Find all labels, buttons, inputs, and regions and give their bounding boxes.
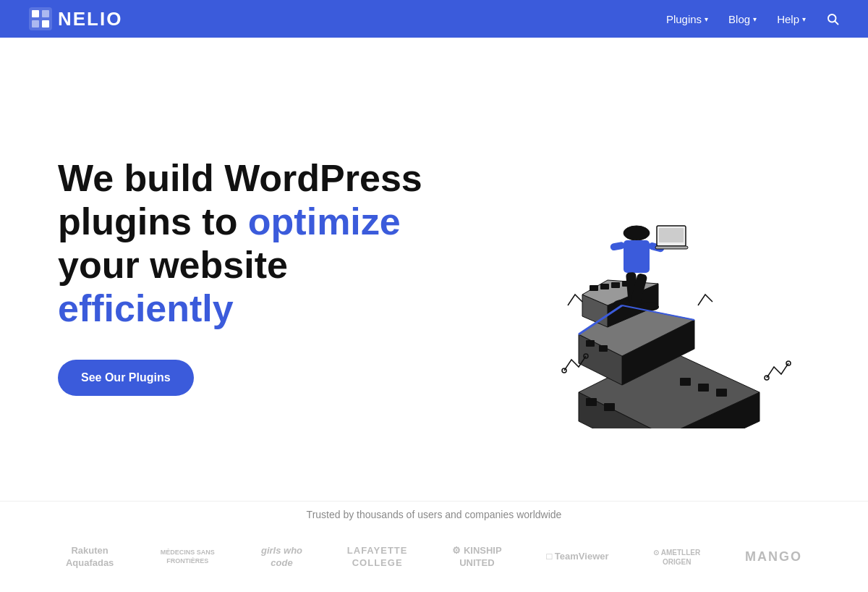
hero-heading: We build WordPress plugins to optimize y… bbox=[58, 157, 422, 330]
cta-button[interactable]: See Our Plugins bbox=[58, 360, 194, 396]
brand-gwc: girls whocode bbox=[261, 545, 302, 570]
logo-icon bbox=[29, 7, 52, 30]
svg-rect-39 bbox=[680, 378, 691, 386]
nav-help[interactable]: Help ▾ bbox=[777, 13, 806, 25]
hero-highlight-optimize: optimize bbox=[248, 200, 401, 242]
svg-rect-4 bbox=[42, 20, 49, 28]
svg-line-6 bbox=[835, 21, 838, 24]
hero-text-block: We build WordPress plugins to optimize y… bbox=[58, 157, 422, 395]
svg-rect-41 bbox=[716, 389, 727, 397]
brand-msf: MÉDECINS SANS FRONTIÈRES bbox=[158, 549, 216, 565]
svg-rect-18 bbox=[611, 282, 620, 288]
hero-heading-line2: plugins to bbox=[58, 200, 248, 242]
brand-mango: MANGO bbox=[745, 549, 802, 565]
chevron-down-icon: ▾ bbox=[753, 15, 757, 23]
svg-rect-3 bbox=[32, 20, 39, 28]
hero-section: We build WordPress plugins to optimize y… bbox=[0, 38, 868, 501]
trusted-subtitle: Trusted by thousands of users and compan… bbox=[0, 509, 868, 520]
hero-heading-line1: We build WordPress bbox=[58, 157, 422, 199]
brand-kinship: ⚙ KINSHIPUNITED bbox=[452, 545, 501, 570]
brand-teamviewer: □ TeamViewer bbox=[546, 551, 608, 563]
chevron-down-icon: ▾ bbox=[705, 15, 708, 23]
brands-row: RakutenAquafadas MÉDECINS SANS FRONTIÈRE… bbox=[0, 538, 868, 584]
hero-highlight-efficiently: efficiently bbox=[58, 287, 234, 329]
svg-rect-25 bbox=[624, 240, 650, 273]
hero-illustration bbox=[434, 139, 810, 414]
svg-rect-35 bbox=[586, 340, 595, 347]
svg-rect-38 bbox=[604, 403, 615, 411]
svg-rect-26 bbox=[610, 242, 625, 251]
brand-lafayette: LAFAYETTECOLLEGE bbox=[347, 545, 408, 570]
svg-rect-16 bbox=[590, 285, 598, 291]
svg-rect-1 bbox=[32, 10, 39, 17]
svg-rect-30 bbox=[655, 246, 688, 249]
brand-ametller: ⊙ AMETLLERORIGEN bbox=[653, 548, 700, 567]
nav-plugins[interactable]: Plugins ▾ bbox=[666, 13, 708, 25]
svg-rect-29 bbox=[659, 228, 684, 242]
logo-text: NELIO bbox=[58, 8, 122, 30]
hero-svg bbox=[434, 139, 810, 428]
navbar-links: Plugins ▾ Blog ▾ Help ▾ bbox=[666, 12, 839, 25]
brand-rakuten: RakutenAquafadas bbox=[66, 545, 114, 570]
svg-rect-36 bbox=[599, 345, 608, 352]
svg-rect-2 bbox=[42, 10, 49, 17]
nav-blog[interactable]: Blog ▾ bbox=[728, 13, 757, 25]
svg-point-24 bbox=[624, 226, 650, 240]
search-button[interactable] bbox=[826, 12, 839, 25]
navbar: NELIO Plugins ▾ Blog ▾ Help ▾ bbox=[0, 0, 868, 38]
trusted-section: Trusted by thousands of users and compan… bbox=[0, 501, 868, 592]
svg-rect-37 bbox=[586, 398, 597, 406]
svg-rect-17 bbox=[600, 284, 609, 289]
search-icon bbox=[826, 12, 839, 25]
hero-heading-line3: your website bbox=[58, 244, 288, 286]
logo[interactable]: NELIO bbox=[29, 7, 122, 30]
svg-rect-40 bbox=[698, 384, 709, 392]
chevron-down-icon: ▾ bbox=[802, 15, 806, 23]
